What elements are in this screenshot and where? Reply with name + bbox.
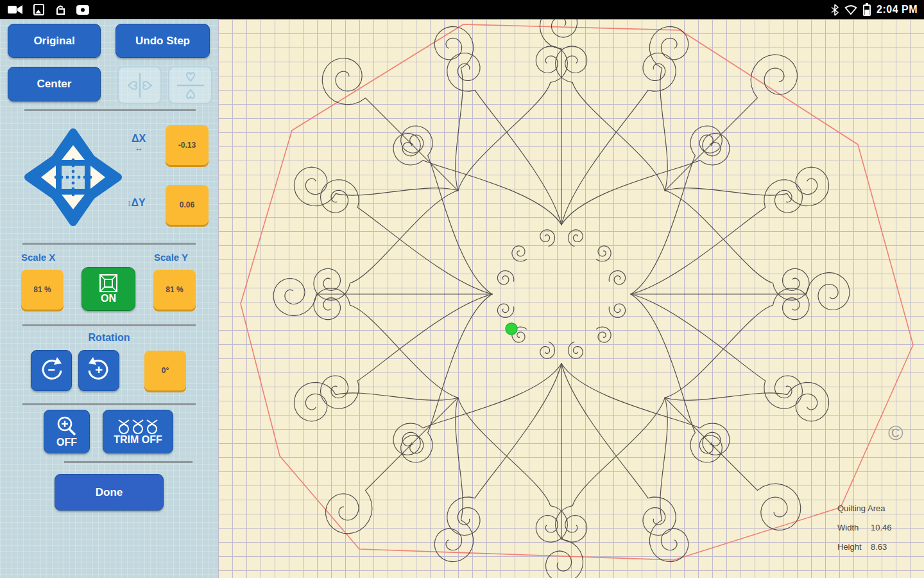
status-bar: 2:04 PM	[0, 0, 924, 19]
undo-step-button[interactable]: Undo Step	[116, 24, 210, 58]
height-label: Height	[837, 542, 871, 552]
scale-lock-toggle[interactable]: ON	[81, 267, 135, 311]
dpad-down-button[interactable]	[53, 193, 94, 222]
delta-x-text: ΔX	[132, 134, 146, 143]
bluetooth-icon	[831, 4, 839, 16]
scale-y-value[interactable]: 81 %	[153, 270, 196, 310]
wifi-icon	[844, 4, 857, 15]
copyright-mark: ©	[888, 421, 903, 445]
capture-icon	[55, 4, 66, 15]
rotation-value[interactable]: 0°	[144, 351, 186, 390]
minus-glyph: −	[47, 363, 55, 377]
divider	[22, 324, 196, 328]
height-value: 8.63	[871, 542, 887, 552]
rotate-ccw-icon: −	[37, 356, 65, 385]
rotation-label: Rotation	[0, 332, 218, 344]
zoom-toggle-state: OFF	[56, 437, 77, 448]
scale-x-label: Scale X	[21, 252, 55, 263]
scale-lock-state: ON	[101, 293, 116, 304]
delta-y-label: ↕ ΔY	[127, 198, 146, 207]
scale-x-value[interactable]: 81 %	[21, 270, 64, 310]
rotate-cw-button[interactable]: +	[78, 350, 119, 391]
battery-icon	[863, 3, 871, 16]
delta-x-value[interactable]: -0.13	[166, 125, 209, 165]
plus-glyph: +	[95, 363, 103, 377]
flip-vertical-icon	[173, 71, 208, 100]
trim-toggle-state: TRIM OFF	[114, 434, 162, 446]
width-value: 10.46	[871, 523, 892, 532]
magnifier-plus-icon	[55, 416, 78, 437]
divider	[22, 403, 196, 407]
rotate-ccw-button[interactable]: −	[31, 350, 72, 391]
scale-lock-icon	[98, 274, 119, 294]
quilting-area-info: Quilting Area Width 10.46 Height 8.63	[837, 498, 892, 556]
quilt-design-svg[interactable]	[218, 19, 924, 578]
flip-horizontal-button[interactable]	[117, 66, 162, 104]
done-button[interactable]: Done	[55, 474, 164, 511]
delta-x-label: ΔX ↔	[132, 134, 146, 153]
center-button-label: Center	[37, 78, 72, 91]
center-button[interactable]: Center	[8, 67, 101, 101]
divider	[24, 109, 196, 112]
trim-loops-icon	[114, 418, 162, 435]
flip-horizontal-icon	[123, 71, 157, 100]
trim-toggle-button[interactable]: TRIM OFF	[103, 410, 173, 453]
scale-y-label: Scale Y	[154, 252, 188, 263]
undo-step-button-label: Undo Step	[135, 35, 190, 48]
quilt-canvas[interactable]: © Quilting Area Width 10.46 Height 8.63	[218, 19, 924, 578]
zoom-toggle-button[interactable]: OFF	[44, 410, 90, 453]
delta-y-text: ΔY	[132, 198, 146, 207]
clock: 2:04 PM	[877, 4, 918, 15]
stitch-position-marker[interactable]	[506, 323, 517, 335]
quilt-pattern-holder	[218, 19, 924, 578]
divider	[22, 243, 196, 246]
tool-sidebar: Original Undo Step Center	[0, 19, 218, 578]
quilt-motif-paths	[273, 19, 850, 578]
width-label: Width	[837, 523, 871, 532]
rotate-cw-icon: +	[85, 356, 113, 385]
horizontal-arrow-icon: ↔	[135, 143, 143, 153]
divider	[64, 461, 193, 464]
original-button[interactable]: Original	[8, 24, 101, 58]
done-button-label: Done	[96, 486, 123, 499]
quilting-area-boundary	[241, 24, 913, 560]
quilting-area-title: Quilting Area	[837, 504, 885, 513]
dpad	[18, 122, 128, 232]
original-button-label: Original	[33, 35, 74, 48]
camera-icon	[76, 5, 89, 15]
camcorder-icon	[8, 4, 23, 15]
flip-vertical-button[interactable]	[168, 66, 212, 104]
delta-y-value[interactable]: 0.06	[166, 185, 209, 225]
screenshot-icon	[33, 4, 44, 15]
